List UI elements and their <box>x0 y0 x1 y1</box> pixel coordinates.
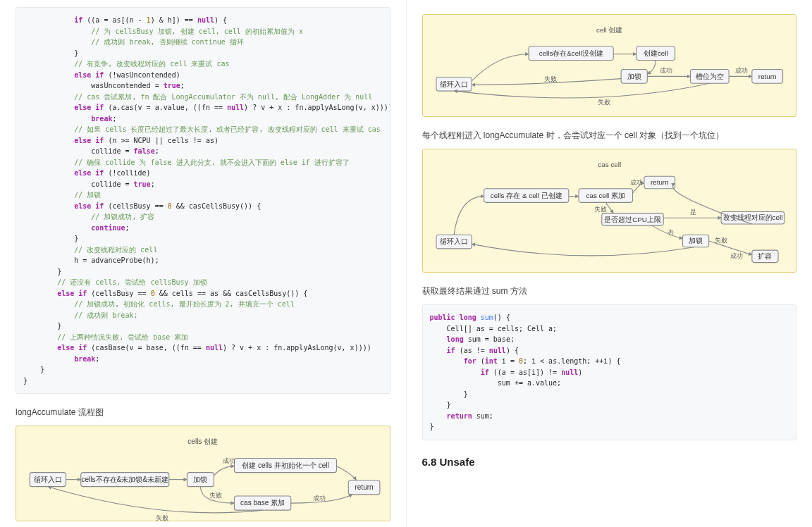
svg-text:cells不存在&未加锁&未新建: cells不存在&未加锁&未新建 <box>82 476 168 483</box>
caption-sum: 获取最终结果通过 sum 方法 <box>422 285 797 297</box>
svg-text:成功: 成功 <box>223 457 235 464</box>
svg-text:cells 存在 & cell 已创建: cells 存在 & cell 已创建 <box>490 192 562 199</box>
flowchart-cells-create: cells 创建 循环入口 cells不存在&未加锁&未新建 加锁 创建 cel… <box>16 426 390 521</box>
svg-text:循环入口: 循环入口 <box>440 237 468 245</box>
svg-text:成功: 成功 <box>313 495 326 502</box>
svg-text:cas base 累加: cas base 累加 <box>240 499 285 507</box>
svg-text:return: return <box>355 483 373 491</box>
svg-text:否: 否 <box>667 229 673 236</box>
svg-text:return: return <box>758 73 776 80</box>
svg-text:是: 是 <box>690 209 696 216</box>
svg-text:失败: 失败 <box>715 237 727 244</box>
flow1-title: cells 创建 <box>187 438 218 445</box>
svg-text:失败: 失败 <box>543 75 556 82</box>
svg-text:是否超过CPU上限: 是否超过CPU上限 <box>604 216 661 223</box>
svg-text:成功: 成功 <box>734 67 747 74</box>
svg-text:失败: 失败 <box>598 99 610 106</box>
left-column: if ((a = as[(n - 1) & h]) == null) { // … <box>0 0 406 527</box>
flowchart-cell-create: cell 创建 循环入口 cells存在&cell没创建 创建cell 加锁 槽… <box>422 14 797 117</box>
svg-text:成功: 成功 <box>630 179 643 186</box>
svg-text:加锁: 加锁 <box>689 237 703 244</box>
svg-text:槽位为空: 槽位为空 <box>695 73 723 80</box>
svg-text:加锁: 加锁 <box>193 476 207 483</box>
svg-text:cells存在&cell没创建: cells存在&cell没创建 <box>539 49 603 57</box>
code-block-sum: public long sum() { Cell[] as = cells; C… <box>422 304 797 440</box>
flow1-caption: longAccumulate 流程图 <box>16 407 390 418</box>
svg-text:return: return <box>650 178 668 186</box>
svg-text:创建 cells 并初始化一个 cell: 创建 cells 并初始化一个 cell <box>242 461 328 469</box>
svg-text:创建cell: 创建cell <box>643 49 668 57</box>
svg-text:失败: 失败 <box>209 492 222 499</box>
svg-text:循环入口: 循环入口 <box>34 476 62 483</box>
svg-text:成功: 成功 <box>659 67 672 74</box>
svg-text:加锁: 加锁 <box>627 73 641 80</box>
svg-text:失败: 失败 <box>593 206 606 213</box>
svg-text:cell 创建: cell 创建 <box>596 26 622 34</box>
page: if ((a = as[(n - 1) & h]) == null) { // … <box>0 0 812 527</box>
caption-thread-enter: 每个线程刚进入 longAccumulate 时，会尝试对应一个 cell 对象… <box>422 130 797 142</box>
svg-text:改变线程对应的cell: 改变线程对应的cell <box>722 213 782 221</box>
right-column: cell 创建 循环入口 cells存在&cell没创建 创建cell 加锁 槽… <box>407 0 813 527</box>
code-block-1: if ((a = as[(n - 1) & h]) == null) { // … <box>16 7 390 394</box>
svg-text:cas cell: cas cell <box>598 161 621 168</box>
svg-text:循环入口: 循环入口 <box>440 80 468 88</box>
flowchart-cas-cell: cas cell 循环入口 cells 存在 & cell 已创建 cas ce… <box>422 149 797 273</box>
svg-text:cas cell 累加: cas cell 累加 <box>586 192 625 199</box>
heading-unsafe: 6.8 Unsafe <box>422 456 797 468</box>
svg-text:扩容: 扩容 <box>758 252 772 260</box>
svg-text:失败: 失败 <box>156 514 168 521</box>
svg-text:成功: 成功 <box>730 252 743 259</box>
